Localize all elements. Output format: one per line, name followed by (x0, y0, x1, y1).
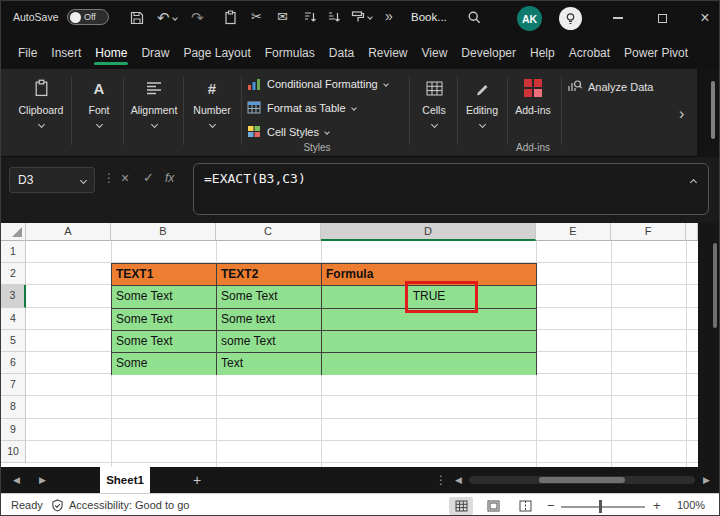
sheet-nav-prev-button[interactable]: ◀ (13, 475, 20, 485)
mail-button[interactable]: ✉ (277, 10, 288, 23)
collapse-formula-bar-icon[interactable] (690, 179, 697, 186)
cell-C2[interactable]: TEXT2 (217, 264, 322, 285)
zoom-out-button[interactable]: − (547, 498, 555, 513)
tab-options-icon[interactable]: ⋮ (435, 473, 447, 487)
cell-B6[interactable]: Some (112, 353, 217, 375)
row-header-3[interactable]: 3 (1, 285, 26, 307)
close-button[interactable]: × (691, 5, 719, 31)
cell-styles-button[interactable]: Cell Styles (247, 125, 329, 138)
scrollbar-thumb[interactable] (711, 81, 715, 139)
paste-button[interactable] (223, 10, 238, 25)
account-avatar[interactable]: AK (517, 6, 542, 31)
select-all-corner[interactable] (1, 223, 26, 241)
insert-function-button[interactable]: fx (165, 171, 174, 185)
hscroll-left-button[interactable]: ◀ (455, 475, 462, 485)
row-header-4[interactable]: 4 (1, 308, 26, 330)
cell-B5[interactable]: Some Text (112, 331, 217, 352)
minimize-button[interactable] (603, 5, 633, 31)
hscroll-right-button[interactable]: ▶ (703, 475, 710, 485)
page-break-view-button[interactable] (513, 497, 537, 515)
menu-tab-formulas[interactable]: Formulas (258, 37, 322, 67)
scrollbar-thumb[interactable] (539, 477, 625, 483)
cell-B4[interactable]: Some Text (112, 309, 217, 330)
row-header-1[interactable]: 1 (1, 241, 26, 263)
column-header-e[interactable]: E (536, 223, 611, 241)
zoom-level[interactable]: 100% (677, 499, 705, 511)
confirm-formula-button[interactable]: ✓ (143, 170, 154, 185)
new-sheet-button[interactable]: + (193, 472, 201, 488)
row-header-7[interactable]: 7 (1, 374, 26, 396)
row-header-8[interactable]: 8 (1, 396, 26, 418)
column-header-b[interactable]: B (111, 223, 216, 241)
accessibility-status[interactable]: Accessibility: Good to go (69, 499, 189, 511)
cell-C4[interactable]: Some text (217, 309, 322, 330)
ribbon-group-alignment[interactable]: Alignment (127, 75, 181, 137)
analyze-data-button[interactable]: Analyze Data (567, 79, 653, 94)
maximize-button[interactable] (647, 5, 677, 31)
menu-tab-insert[interactable]: Insert (44, 37, 88, 67)
ribbon-group-cells[interactable]: Cells (413, 75, 455, 137)
sort-descending-button[interactable] (327, 10, 341, 24)
redo-button[interactable]: ↷ (191, 9, 204, 27)
sort-ascending-button[interactable] (303, 10, 317, 24)
row-header-6[interactable]: 6 (1, 352, 26, 374)
column-header-f[interactable]: F (611, 223, 686, 241)
column-header-a[interactable]: A (26, 223, 111, 241)
ribbon-scrollbar[interactable] (697, 69, 720, 157)
horizontal-scrollbar[interactable] (469, 476, 695, 484)
cell-C5[interactable]: some Text (217, 331, 322, 352)
name-box[interactable]: D3 (9, 167, 95, 193)
drag-handle-icon[interactable]: ⋮ (103, 171, 115, 185)
menu-tab-help[interactable]: Help (523, 37, 562, 67)
cell-B3[interactable]: Some Text (112, 286, 217, 307)
ribbon-group-number[interactable]: # Number (187, 75, 237, 137)
ribbon-group-clipboard[interactable]: Clipboard (15, 75, 67, 137)
sheet-nav-next-button[interactable]: ▶ (39, 475, 46, 485)
tips-button[interactable] (559, 7, 582, 30)
normal-view-button[interactable] (449, 497, 473, 515)
more-commands-button[interactable]: » (385, 8, 393, 24)
cell-D5[interactable] (322, 331, 536, 352)
autosave-toggle[interactable]: Off (67, 9, 109, 25)
zoom-slider-track[interactable] (561, 506, 645, 508)
zoom-in-button[interactable]: + (653, 498, 661, 513)
cell-B2[interactable]: TEXT1 (112, 264, 217, 285)
cell-C6[interactable]: Text (217, 353, 322, 375)
format-as-table-button[interactable]: Format as Table (247, 101, 356, 114)
menu-tab-home[interactable]: Home (88, 37, 134, 67)
format-painter-button[interactable] (351, 10, 372, 24)
menu-tab-view[interactable]: View (415, 37, 455, 67)
menu-tab-developer[interactable]: Developer (454, 37, 523, 67)
menu-tab-data[interactable]: Data (322, 37, 361, 67)
formula-input[interactable]: =EXACT(B3,C3) (193, 163, 709, 215)
sheet-tab-sheet1[interactable]: Sheet1 (100, 467, 150, 493)
ribbon-group-font[interactable]: A Font (77, 75, 121, 137)
row-header-2[interactable]: 2 (1, 263, 26, 285)
cut-button[interactable]: ✂ (251, 10, 262, 23)
ribbon-more-button[interactable]: › (679, 105, 684, 123)
cell-D6[interactable] (322, 353, 536, 375)
row-header-10[interactable]: 10 (1, 441, 26, 463)
menu-tab-file[interactable]: File (11, 37, 44, 67)
page-layout-view-button[interactable] (481, 497, 505, 515)
menu-tab-page-layout[interactable]: Page Layout (176, 37, 257, 67)
cell-C3[interactable]: Some Text (217, 286, 322, 307)
menu-tab-review[interactable]: Review (361, 37, 414, 67)
undo-button[interactable]: ↶ (157, 9, 177, 27)
column-header-c[interactable]: C (216, 223, 321, 241)
column-header-d[interactable]: D (321, 223, 536, 241)
search-button[interactable] (467, 10, 482, 25)
menu-tab-power-pivot[interactable]: Power Pivot (617, 37, 695, 67)
ribbon-group-editing[interactable]: Editing (459, 75, 505, 137)
conditional-formatting-button[interactable]: Conditional Formatting (247, 77, 388, 91)
ribbon-group-addins[interactable]: Add-ins (509, 75, 557, 137)
vertical-scrollbar[interactable] (698, 223, 720, 467)
cancel-formula-button[interactable]: × (121, 170, 129, 186)
scrollbar-thumb[interactable] (713, 243, 717, 328)
zoom-slider-thumb[interactable] (599, 500, 602, 513)
menu-tab-draw[interactable]: Draw (134, 37, 176, 67)
row-header-9[interactable]: 9 (1, 419, 26, 441)
menu-tab-acrobat[interactable]: Acrobat (562, 37, 617, 67)
row-header-5[interactable]: 5 (1, 330, 26, 352)
save-button[interactable] (129, 10, 145, 26)
